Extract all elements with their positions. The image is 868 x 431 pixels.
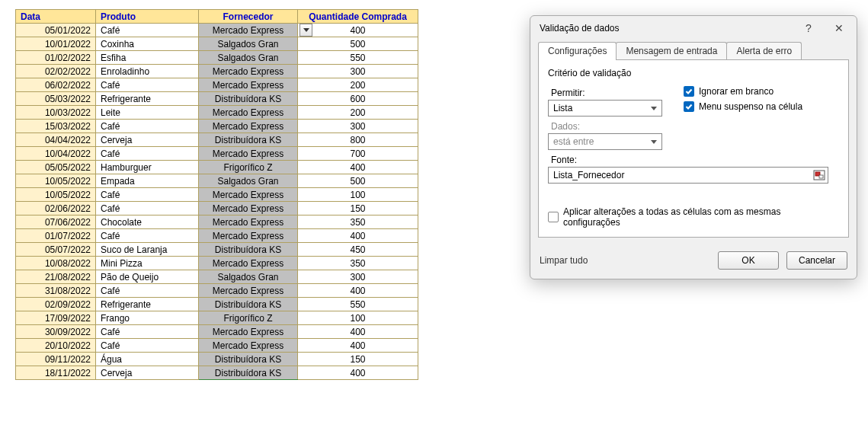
cell-produto[interactable]: Suco de Laranja — [96, 243, 199, 257]
cell-produto[interactable]: Água — [96, 353, 199, 366]
cell-fornecedor[interactable]: Salgados Gran — [199, 174, 298, 188]
cell-data[interactable]: 10/05/2022 — [16, 174, 96, 188]
cell-data[interactable]: 05/01/2022 — [16, 24, 96, 37]
cell-quantidade[interactable]: 350 — [298, 216, 418, 229]
cell-quantidade[interactable]: 100 — [298, 188, 418, 202]
cell-fornecedor[interactable]: Frigorífico Z — [199, 161, 298, 174]
cancel-button[interactable]: Cancelar — [786, 251, 847, 270]
cell-fornecedor[interactable]: Mercado Express — [199, 257, 298, 270]
cell-data[interactable]: 10/08/2022 — [16, 257, 96, 270]
cell-fornecedor[interactable]: Mercado Express — [199, 325, 298, 339]
cell-quantidade[interactable]: 300 — [298, 65, 418, 78]
cell-produto[interactable]: Frango — [96, 311, 199, 325]
cell-data[interactable]: 01/02/2022 — [16, 51, 96, 65]
cell-quantidade[interactable]: 400 — [298, 366, 418, 380]
cell-data[interactable]: 18/11/2022 — [16, 366, 96, 380]
cell-produto[interactable]: Café — [96, 202, 199, 216]
permitir-combo[interactable]: Lista — [548, 100, 662, 117]
cell-produto[interactable]: Hamburguer — [96, 161, 199, 174]
cell-quantidade[interactable]: 350 — [298, 257, 418, 270]
cell-produto[interactable]: Café — [96, 78, 199, 92]
cell-fornecedor[interactable]: Frigorífico Z — [199, 311, 298, 325]
cell-produto[interactable]: Refrigerante — [96, 92, 199, 106]
cell-fornecedor[interactable]: Distribuídora KS — [199, 366, 298, 380]
col-header-produto[interactable]: Produto — [96, 10, 199, 24]
cell-fornecedor[interactable]: Mercado Express — [199, 65, 298, 78]
check-ignorar-branco[interactable]: Ignorar em branco — [684, 86, 802, 97]
cell-produto[interactable]: Pão de Queijo — [96, 270, 199, 284]
col-header-fornecedor[interactable]: Fornecedor — [199, 10, 298, 24]
cell-data[interactable]: 02/09/2022 — [16, 298, 96, 311]
ok-button[interactable]: OK — [718, 251, 779, 270]
fonte-input[interactable]: Lista_Fornecedor — [548, 167, 828, 184]
cell-data[interactable]: 07/06/2022 — [16, 216, 96, 229]
cell-data[interactable]: 01/07/2022 — [16, 229, 96, 243]
cell-data[interactable]: 10/01/2022 — [16, 37, 96, 51]
cell-fornecedor[interactable]: Mercado Express — [199, 202, 298, 216]
cell-data[interactable]: 20/10/2022 — [16, 339, 96, 353]
cell-quantidade[interactable]: 550 — [298, 298, 418, 311]
cell-data[interactable]: 10/05/2022 — [16, 188, 96, 202]
cell-data[interactable]: 04/04/2022 — [16, 133, 96, 147]
tab-mensagem-entrada[interactable]: Mensagem de entrada — [616, 42, 727, 60]
cell-fornecedor[interactable]: Mercado Express — [199, 229, 298, 243]
cell-produto[interactable]: Mini Pizza — [96, 257, 199, 270]
cell-produto[interactable]: Café — [96, 339, 199, 353]
cell-fornecedor[interactable]: Salgados Gran — [199, 51, 298, 65]
cell-quantidade[interactable]: 400 — [298, 24, 418, 37]
cell-quantidade[interactable]: 500 — [298, 37, 418, 51]
cell-fornecedor[interactable]: Mercado Express — [199, 120, 298, 133]
cell-fornecedor[interactable]: Mercado Express — [199, 147, 298, 161]
cell-produto[interactable]: Café — [96, 24, 199, 37]
cell-produto[interactable]: Chocolate — [96, 216, 199, 229]
cell-quantidade[interactable]: 500 — [298, 174, 418, 188]
cell-fornecedor[interactable]: Salgados Gran — [199, 270, 298, 284]
tab-configuracoes[interactable]: Configurações — [538, 42, 617, 60]
cell-quantidade[interactable]: 300 — [298, 120, 418, 133]
cell-produto[interactable]: Cerveja — [96, 366, 199, 380]
cell-data[interactable]: 15/03/2022 — [16, 120, 96, 133]
cell-quantidade[interactable]: 150 — [298, 202, 418, 216]
check-menu-suspenso[interactable]: Menu suspenso na célula — [684, 101, 802, 112]
cell-fornecedor[interactable]: Salgados Gran — [199, 37, 298, 51]
cell-quantidade[interactable]: 800 — [298, 133, 418, 147]
cell-data[interactable]: 31/08/2022 — [16, 284, 96, 298]
cell-fornecedor[interactable]: Mercado Express — [199, 188, 298, 202]
cell-quantidade[interactable]: 300 — [298, 270, 418, 284]
cell-data[interactable]: 05/05/2022 — [16, 161, 96, 174]
col-header-quantidade[interactable]: Quantidade Comprada — [298, 10, 418, 24]
cell-produto[interactable]: Leite — [96, 106, 199, 120]
help-button[interactable]: ? — [799, 22, 818, 34]
cell-produto[interactable]: Enroladinho — [96, 65, 199, 78]
cell-quantidade[interactable]: 400 — [298, 229, 418, 243]
cell-quantidade[interactable]: 700 — [298, 147, 418, 161]
cell-produto[interactable]: Empada — [96, 174, 199, 188]
cell-produto[interactable]: Café — [96, 325, 199, 339]
cell-quantidade[interactable]: 400 — [298, 339, 418, 353]
cell-produto[interactable]: Café — [96, 147, 199, 161]
cell-fornecedor[interactable]: Mercado Express — [199, 284, 298, 298]
tab-alerta-erro[interactable]: Alerta de erro — [726, 42, 802, 60]
cell-fornecedor[interactable]: Distribuídora KS — [199, 92, 298, 106]
cell-quantidade[interactable]: 400 — [298, 325, 418, 339]
cell-fornecedor[interactable]: Distribuídora KS — [199, 133, 298, 147]
cell-produto[interactable]: Coxinha — [96, 37, 199, 51]
cell-fornecedor[interactable]: Distribuídora KS — [199, 353, 298, 366]
cell-quantidade[interactable]: 600 — [298, 92, 418, 106]
cell-fornecedor[interactable]: Mercado Express — [199, 24, 298, 37]
cell-quantidade[interactable]: 550 — [298, 51, 418, 65]
cell-data[interactable]: 21/08/2022 — [16, 270, 96, 284]
cell-produto[interactable]: Esfiha — [96, 51, 199, 65]
cell-fornecedor[interactable]: Distribuídora KS — [199, 243, 298, 257]
cell-produto[interactable]: Refrigerante — [96, 298, 199, 311]
close-button[interactable]: ✕ — [829, 22, 849, 34]
cell-quantidade[interactable]: 150 — [298, 353, 418, 366]
cell-produto[interactable]: Café — [96, 188, 199, 202]
col-header-data[interactable]: Data — [16, 10, 96, 24]
cell-data[interactable]: 10/03/2022 — [16, 106, 96, 120]
cell-data[interactable]: 05/03/2022 — [16, 92, 96, 106]
cell-fornecedor[interactable]: Mercado Express — [199, 339, 298, 353]
cell-produto[interactable]: Cerveja — [96, 133, 199, 147]
cell-data[interactable]: 02/02/2022 — [16, 65, 96, 78]
cell-data[interactable]: 02/06/2022 — [16, 202, 96, 216]
